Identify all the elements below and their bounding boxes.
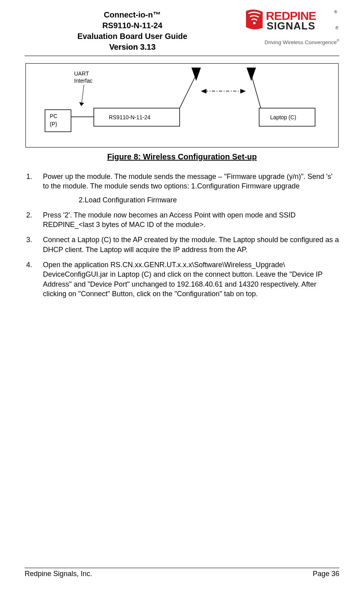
diagram-uart-line-2: Interfac — [74, 78, 93, 84]
header-titles: Connect-io-n™ RS9110-N-11-24 Evaluation … — [25, 8, 240, 52]
figure-caption: Figure 8: Wireless Configuration Set-up — [25, 152, 339, 161]
wireless-config-diagram: PC (P) RS9110-N-11-24 UART Interfac Lapt… — [25, 63, 339, 148]
step-1: Power up the module. The module sends th… — [34, 172, 339, 205]
svg-rect-5 — [45, 110, 71, 132]
svg-text:®: ® — [335, 26, 339, 30]
svg-point-0 — [253, 22, 256, 24]
svg-line-13 — [251, 75, 261, 108]
logo-tagline: Driving Wireless Convergence® — [240, 39, 339, 45]
svg-text:®: ® — [334, 10, 337, 14]
step-2: Press '2'. The module now becomes an Acc… — [34, 210, 339, 230]
diagram-pc-label-1: PC — [50, 113, 57, 119]
svg-marker-8 — [79, 102, 84, 106]
svg-marker-16 — [201, 89, 207, 93]
page-header: Connect-io-n™ RS9110-N-11-24 Evaluation … — [25, 8, 339, 56]
svg-marker-11 — [192, 68, 201, 81]
company-logo: REDPINE ® SIGNALS ® Driving Wireless Con… — [240, 8, 339, 45]
svg-marker-17 — [240, 89, 246, 93]
svg-line-10 — [180, 75, 196, 108]
title-line-4: Version 3.13 — [25, 42, 240, 52]
diagram-laptop-label: Laptop (C) — [270, 114, 296, 120]
instructions-list: Power up the module. The module sends th… — [25, 172, 339, 304]
step-3: Connect a Laptop (C) to the AP created b… — [34, 235, 339, 254]
diagram-module-label: RS9110-N-11-24 — [109, 114, 151, 120]
step-1-sub: 2.Load Configuration Firmware — [79, 195, 339, 205]
step-4: Open the application RS.CN.xx.GENR.UT.x.… — [34, 260, 339, 299]
title-line-2: RS9110-N-11-24 — [25, 20, 240, 31]
title-line-1: Connect-io-n™ — [25, 10, 240, 20]
page-footer: Redpine Signals, Inc. Page 36 — [25, 568, 339, 578]
svg-text:SIGNALS: SIGNALS — [267, 20, 316, 32]
title-line-3: Evaluation Board User Guide — [25, 31, 240, 42]
redpine-signals-logo-icon: REDPINE ® SIGNALS ® — [246, 9, 339, 37]
diagram-pc-label-2: (P) — [50, 121, 57, 127]
footer-company: Redpine Signals, Inc. — [25, 570, 92, 578]
svg-marker-14 — [246, 68, 256, 81]
diagram-uart-line-1: UART — [74, 70, 89, 77]
footer-page-number: Page 36 — [313, 570, 339, 578]
